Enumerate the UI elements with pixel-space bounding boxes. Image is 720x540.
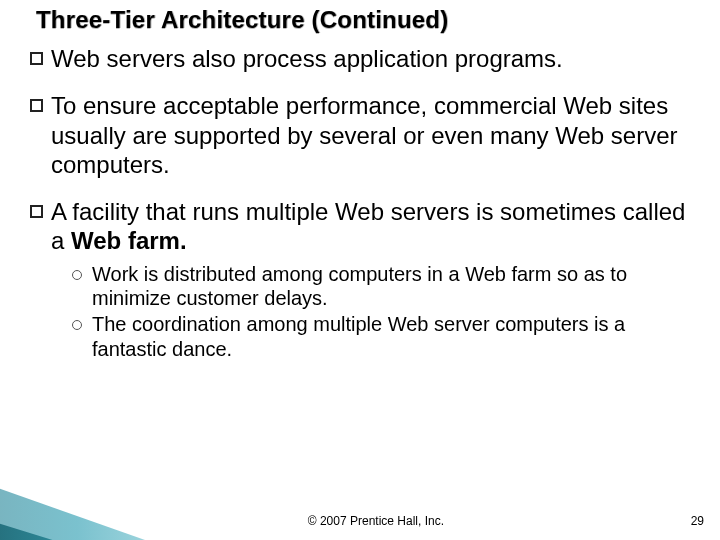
svg-marker-2 [0,530,70,540]
sub-list: Work is distributed among computers in a… [72,262,696,362]
slide: Three-Tier Architecture (Continued) Web … [0,0,720,540]
bullet-item: A facility that runs multiple Web server… [30,197,696,256]
page-number: 29 [691,514,704,528]
square-bullet-icon [30,205,43,218]
sub-bullet-text: Work is distributed among computers in a… [92,262,696,311]
circle-bullet-icon [72,320,82,330]
bullet-text-bold: Web farm. [71,227,187,254]
bullet-text: To ensure acceptable performance, commer… [51,91,696,179]
bullet-item: To ensure acceptable performance, commer… [30,91,696,179]
square-bullet-icon [30,99,43,112]
svg-marker-0 [0,450,230,540]
square-bullet-icon [30,52,43,65]
svg-marker-1 [0,490,150,540]
bullet-text: Web servers also process application pro… [51,44,696,73]
copyright-text: © 2007 Prentice Hall, Inc. [308,514,444,528]
slide-title: Three-Tier Architecture (Continued) [36,6,700,34]
sub-bullet-item: The coordination among multiple Web serv… [72,312,696,361]
circle-bullet-icon [72,270,82,280]
sub-bullet-text: The coordination among multiple Web serv… [92,312,696,361]
bullet-item: Web servers also process application pro… [30,44,696,73]
sub-bullet-item: Work is distributed among computers in a… [72,262,696,311]
decorative-wedge-icon [0,400,230,540]
slide-body: Web servers also process application pro… [30,44,696,363]
bullet-text: A facility that runs multiple Web server… [51,197,696,256]
